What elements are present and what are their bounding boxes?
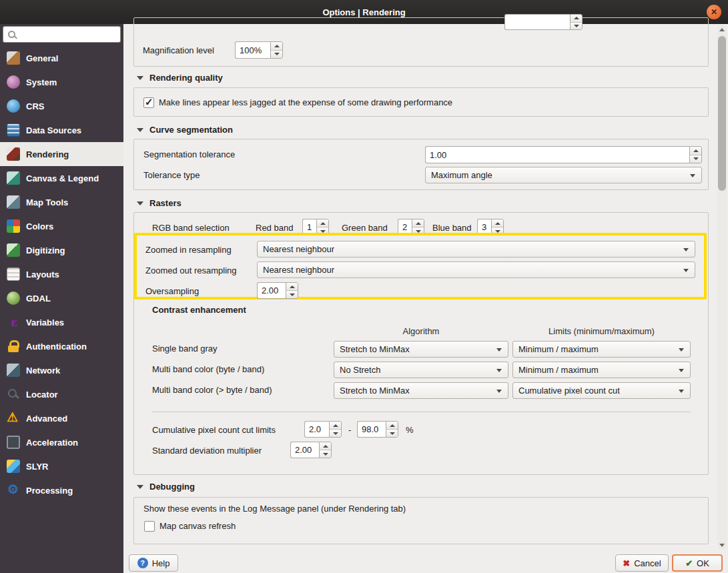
multi-band-byte-limits-select[interactable]: Minimum / maximum (512, 362, 691, 378)
blue-band-spinbox[interactable]: 3 (477, 219, 504, 235)
sidebar-item-acceleration[interactable]: Acceleration (0, 430, 123, 454)
zoomed-in-resampling-select[interactable]: Nearest neighbour (257, 241, 695, 257)
spin-down-icon[interactable] (412, 227, 424, 235)
spin-down-icon[interactable] (286, 291, 298, 298)
globe-icon (7, 99, 20, 113)
sidebar-item-label: CRS (26, 101, 44, 111)
sidebar-item-label: Colors (26, 221, 53, 231)
sidebar-item-crs[interactable]: CRS (0, 94, 123, 118)
help-button[interactable]: ? Help (129, 554, 178, 572)
magnification-spinbox[interactable]: 100% (235, 41, 283, 59)
sidebar-items: General System CRS Data Sources Renderin… (0, 46, 123, 502)
sidebar-item-advanced[interactable]: Advanced (0, 406, 123, 430)
spin-buttons[interactable] (270, 41, 283, 59)
antialias-checkbox[interactable] (143, 97, 154, 108)
selected-value: Minimum / maximum (518, 365, 599, 375)
sidebar-item-network[interactable]: Network (0, 358, 123, 382)
spin-up-icon[interactable] (492, 219, 503, 227)
multi-band-byte-algorithm-select[interactable]: No Stretch (334, 362, 508, 378)
green-band-spinbox[interactable]: 2 (398, 219, 424, 235)
spin-up-icon[interactable] (320, 442, 331, 450)
scroll-down-icon[interactable] (717, 540, 727, 550)
stddev-multiplier-spinbox[interactable]: 2.00 (290, 442, 332, 458)
sidebar-item-general[interactable]: General (0, 46, 123, 70)
close-button[interactable]: ✕ (707, 5, 721, 19)
sidebar-item-gdal[interactable]: GDAL (0, 286, 123, 310)
collapse-arrow-icon[interactable] (137, 201, 143, 205)
oversampling-spinbox[interactable]: 2.00 (257, 282, 298, 299)
spin-down-icon[interactable] (317, 227, 328, 235)
tolerance-type-select[interactable]: Maximum angle (425, 167, 702, 183)
spin-up-icon[interactable] (412, 219, 424, 227)
spin-buttons[interactable] (329, 421, 342, 438)
selected-value: Nearest neighbour (263, 265, 334, 275)
range-dash: - (348, 425, 351, 436)
spin-up-icon[interactable] (386, 422, 398, 430)
spin-buttons[interactable] (412, 219, 424, 235)
spin-up-icon[interactable] (690, 147, 701, 155)
zoomed-out-resampling-select[interactable]: Nearest neighbour (257, 261, 695, 278)
ok-button[interactable]: ✔ OK (672, 554, 723, 572)
spin-up-icon[interactable] (286, 283, 298, 291)
single-band-gray-limits-select[interactable]: Minimum / maximum (512, 341, 691, 358)
search-box[interactable] (3, 26, 121, 43)
multi-band-gt-byte-algorithm-select[interactable]: Stretch to MinMax (334, 382, 508, 399)
scrollbar-thumb[interactable] (718, 36, 726, 191)
sidebar-item-label: Rendering (26, 149, 69, 159)
spin-down-icon[interactable] (271, 51, 282, 59)
spin-buttons[interactable] (286, 282, 298, 299)
multi-band-gt-byte-limits-select[interactable]: Cumulative pixel count cut (512, 382, 691, 399)
spin-down-icon[interactable] (320, 450, 331, 458)
sidebar-item-label: Canvas & Legend (26, 173, 99, 183)
cancel-button[interactable]: ✖ Cancel (615, 554, 669, 572)
sidebar-item-locator[interactable]: Locator (0, 382, 123, 406)
spin-down-icon[interactable] (571, 23, 582, 30)
spin-buttons[interactable] (319, 442, 332, 458)
vertical-scrollbar[interactable] (717, 25, 727, 550)
collapse-arrow-icon[interactable] (137, 76, 143, 80)
sidebar-item-slyr[interactable]: SLYR (0, 454, 123, 478)
cumulative-max-spinbox[interactable]: 98.0 (357, 421, 398, 438)
spin-buttons[interactable] (570, 14, 583, 30)
spin-buttons[interactable] (689, 146, 702, 163)
cumulative-min-spinbox[interactable]: 2.0 (304, 421, 342, 438)
sidebar-item-digitizing[interactable]: Digitizing (0, 238, 123, 262)
spin-value: 100% (235, 41, 270, 59)
partially-visible-spinbox[interactable] (504, 14, 583, 30)
collapse-arrow-icon[interactable] (137, 485, 143, 489)
close-icon: ✕ (711, 8, 717, 16)
spin-buttons[interactable] (386, 421, 398, 438)
spin-buttons[interactable] (491, 219, 504, 235)
debugging-header: Debugging (137, 482, 195, 492)
sidebar-item-map-tools[interactable]: Map Tools (0, 190, 123, 214)
map-tools-icon (7, 195, 20, 209)
spin-up-icon[interactable] (330, 422, 341, 430)
sidebar-item-colors[interactable]: Colors (0, 214, 123, 238)
spin-down-icon[interactable] (690, 155, 701, 163)
collapse-arrow-icon[interactable] (137, 128, 143, 132)
sidebar-item-layouts[interactable]: Layouts (0, 262, 123, 286)
system-gears-icon (7, 75, 20, 89)
single-band-gray-algorithm-select[interactable]: Stretch to MinMax (334, 341, 508, 358)
spin-down-icon[interactable] (386, 430, 398, 437)
spin-up-icon[interactable] (571, 15, 582, 23)
search-icon (7, 29, 17, 40)
spin-down-icon[interactable] (330, 430, 341, 437)
search-input[interactable] (17, 29, 120, 40)
spin-up-icon[interactable] (317, 219, 328, 227)
segmentation-tolerance-spinbox[interactable]: 1.00 (425, 146, 702, 163)
scroll-up-icon[interactable] (717, 25, 727, 35)
sidebar-item-canvas-legend[interactable]: Canvas & Legend (0, 166, 123, 190)
red-band-spinbox[interactable]: 1 (302, 219, 329, 235)
sidebar-item-rendering[interactable]: Rendering (0, 142, 123, 166)
spin-down-icon[interactable] (492, 227, 503, 235)
spin-up-icon[interactable] (271, 42, 282, 51)
sidebar-item-authentication[interactable]: Authentication (0, 334, 123, 358)
sidebar-item-data-sources[interactable]: Data Sources (0, 118, 123, 142)
map-canvas-refresh-checkbox[interactable] (144, 521, 155, 532)
sidebar-item-processing[interactable]: Processing (0, 478, 123, 502)
spin-buttons[interactable] (316, 219, 329, 235)
contrast-enhancement-title: Contrast enhancement (152, 305, 246, 316)
sidebar-item-system[interactable]: System (0, 70, 123, 94)
sidebar-item-variables[interactable]: Variables (0, 310, 123, 334)
